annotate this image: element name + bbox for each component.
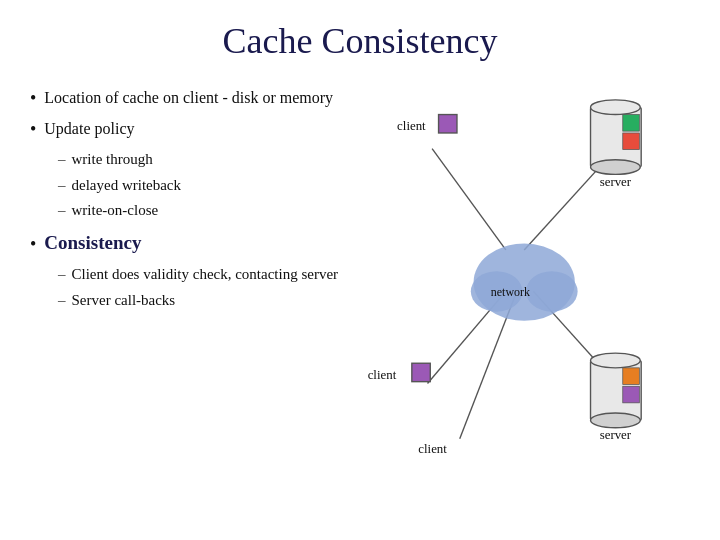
- sub-bullet-validity-check-text: Client does validity check, contacting s…: [72, 263, 339, 286]
- sub-bullet-validity-check: – Client does validity check, contacting…: [58, 263, 340, 286]
- svg-point-22: [591, 413, 641, 428]
- diagram-svg: network client server client: [340, 86, 690, 506]
- svg-line-1: [524, 149, 616, 250]
- svg-text:client: client: [368, 368, 397, 382]
- slide: Cache Consistency • Location of cache on…: [0, 0, 720, 540]
- content-area: • Location of cache on client - disk or …: [30, 86, 690, 506]
- sub-bullets-update: – write through – delayed writeback – wr…: [58, 148, 340, 222]
- bullet-update-text: Update policy: [44, 117, 134, 141]
- svg-point-5: [474, 244, 575, 321]
- sub-bullet-write-through: – write through: [58, 148, 340, 171]
- svg-line-2: [428, 291, 506, 383]
- dash-4: –: [58, 263, 66, 286]
- sub-bullet-write-on-close: – write-on-close: [58, 199, 340, 222]
- page-title: Cache Consistency: [30, 20, 690, 62]
- svg-text:network: network: [491, 285, 530, 299]
- dash-3: –: [58, 199, 66, 222]
- svg-rect-15: [623, 133, 640, 150]
- svg-line-0: [432, 149, 506, 250]
- consistency-label: Consistency: [44, 232, 141, 254]
- dash-5: –: [58, 289, 66, 312]
- svg-rect-10: [439, 115, 457, 133]
- svg-rect-24: [623, 386, 640, 403]
- svg-rect-14: [623, 115, 640, 132]
- sub-bullet-write-through-text: write through: [72, 148, 153, 171]
- network-cloud: [471, 244, 578, 321]
- svg-line-4: [533, 291, 616, 383]
- svg-point-21: [591, 353, 641, 368]
- svg-rect-18: [412, 363, 430, 381]
- svg-rect-20: [591, 360, 642, 420]
- svg-point-7: [526, 271, 578, 312]
- bullet-location-text: Location of cache on client - disk or me…: [44, 86, 333, 110]
- sub-bullet-server-callbacks: – Server call-backs: [58, 289, 340, 312]
- bullet-location: • Location of cache on client - disk or …: [30, 86, 340, 111]
- right-panel: network client server client: [340, 86, 690, 506]
- dash-1: –: [58, 148, 66, 171]
- sub-bullet-delayed-writeback-text: delayed writeback: [72, 174, 182, 197]
- sub-bullet-delayed-writeback: – delayed writeback: [58, 174, 340, 197]
- bullet-update: • Update policy: [30, 117, 340, 142]
- svg-rect-11: [591, 107, 642, 167]
- svg-line-3: [460, 296, 515, 439]
- left-panel: • Location of cache on client - disk or …: [30, 86, 340, 506]
- dash-2: –: [58, 174, 66, 197]
- sub-bullet-server-callbacks-text: Server call-backs: [72, 289, 176, 312]
- svg-point-12: [591, 100, 641, 115]
- svg-text:client: client: [418, 442, 447, 456]
- sub-bullet-write-on-close-text: write-on-close: [72, 199, 159, 222]
- svg-text:client: client: [397, 119, 426, 133]
- bullet-dot-2: •: [30, 117, 36, 142]
- svg-point-6: [471, 271, 523, 312]
- bullet-consistency: • Consistency: [30, 232, 340, 257]
- svg-point-13: [591, 160, 641, 175]
- sub-bullets-consistency: – Client does validity check, contacting…: [58, 263, 340, 311]
- svg-rect-23: [623, 368, 640, 385]
- svg-text:server: server: [600, 175, 632, 189]
- bullet-dot-1: •: [30, 86, 36, 111]
- bullet-dot-3: •: [30, 232, 36, 257]
- svg-text:server: server: [600, 428, 632, 442]
